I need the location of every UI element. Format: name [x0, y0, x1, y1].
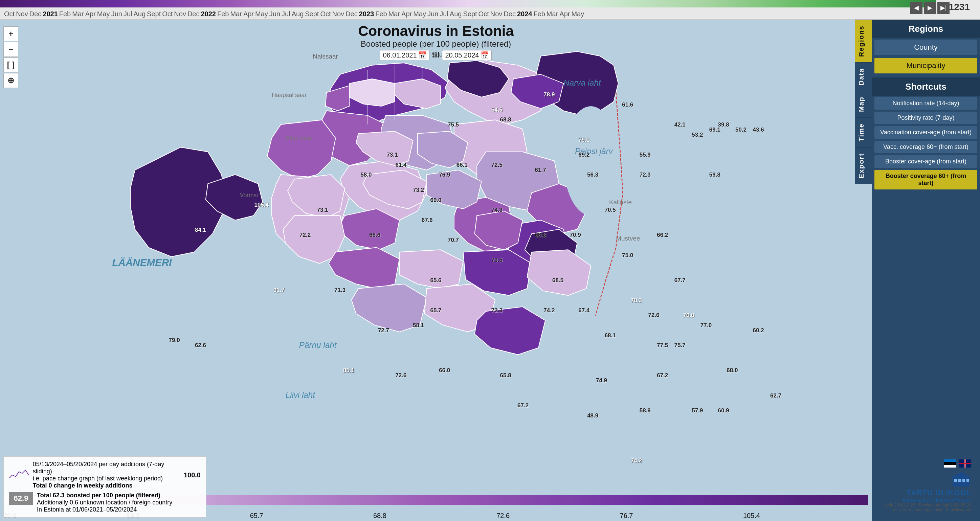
tl-jun-2021[interactable]: Jun: [111, 10, 122, 18]
side-tab-data[interactable]: Data: [855, 62, 872, 91]
tl-dec-2021[interactable]: Dec: [188, 10, 200, 18]
tl-apr-2021[interactable]: Apr: [85, 10, 96, 18]
timeline-labels: Oct Nov Dec 2021 Feb Mar Apr May Jun Jul…: [0, 10, 980, 18]
tl-feb-2024[interactable]: Feb: [533, 10, 545, 18]
tl-mar-2021[interactable]: Mar: [72, 10, 84, 18]
tl-apr-2022[interactable]: Apr: [243, 10, 254, 18]
tartu-university-logo: TARTU ÜLIKOOL koroona.ut.ee <koroona@ut.…: [879, 454, 977, 518]
side-tab-time[interactable]: Time: [855, 118, 872, 147]
zoom-controls: + − [ ] ⊕: [3, 26, 18, 88]
footer-map-info: map: Maa-amet | population: Statistikaam…: [885, 507, 971, 512]
shortcut-vacc-coverage[interactable]: Vaccination cover-age (from start): [874, 126, 977, 139]
tl-year-2021[interactable]: 2021: [43, 10, 58, 18]
tl-oct-2020[interactable]: Oct: [4, 10, 14, 18]
university-building-icon: [951, 470, 971, 487]
place-label-pakri: Pakri saar: [285, 135, 312, 142]
shortcut-positivity[interactable]: Positivity rate (7-day): [874, 112, 977, 124]
timeline-heatmap: [0, 0, 936, 8]
tl-dec-2023[interactable]: Dec: [504, 10, 516, 18]
water-label-parnu: Pärnu laht: [299, 340, 337, 349]
legend-stat-text: Total 62.3 boosted per 100 people (filte…: [37, 492, 172, 513]
tl-mar-2022[interactable]: Mar: [230, 10, 242, 18]
tl-jul-2022[interactable]: Jul: [282, 10, 290, 18]
estonia-flag-icon: [944, 459, 956, 467]
date-to-input[interactable]: 20.05.2024 📅: [442, 50, 492, 60]
tl-jul-2023[interactable]: Jul: [439, 10, 449, 18]
tl-feb-2022[interactable]: Feb: [217, 10, 229, 18]
tl-feb-2021[interactable]: Feb: [59, 10, 71, 18]
tl-oct-2023[interactable]: Oct: [479, 10, 489, 18]
tl-apr-2024[interactable]: Apr: [559, 10, 570, 18]
uk-flag-icon: [959, 459, 971, 467]
place-label-vormsi: Vormsi: [240, 192, 258, 199]
zoom-reset-button[interactable]: [ ]: [3, 57, 18, 72]
shortcut-booster[interactable]: Booster cover-age (from start): [874, 155, 977, 168]
regions-header: Regions: [872, 20, 980, 38]
svg-marker-10: [951, 472, 971, 478]
tl-jul-2021[interactable]: Jul: [124, 10, 132, 18]
tl-may-2024[interactable]: May: [571, 10, 584, 18]
shortcut-booster-60[interactable]: Booster coverage 60+ (from start): [874, 170, 977, 189]
side-tab-map[interactable]: Map: [855, 91, 872, 118]
shortcut-notification[interactable]: Notification rate (14-day): [874, 97, 977, 110]
zoom-locate-button[interactable]: ⊕: [3, 73, 18, 88]
legend-box: 05/13/2024–05/20/2024 per day additions …: [3, 456, 207, 518]
side-tab-export[interactable]: Export: [855, 147, 872, 184]
right-panel: Regions County Municipality Shortcuts No…: [872, 20, 980, 521]
tl-nov-2020[interactable]: Nov: [16, 10, 28, 18]
svg-rect-9: [966, 479, 969, 482]
tl-may-2023[interactable]: May: [413, 10, 426, 18]
water-label-laane: LÄÄNEMERI: [112, 257, 172, 268]
tl-mar-2024[interactable]: Mar: [547, 10, 558, 18]
tl-year-2022[interactable]: 2022: [200, 10, 216, 18]
tl-jun-2022[interactable]: Jun: [269, 10, 280, 18]
tl-oct-2021[interactable]: Oct: [162, 10, 173, 18]
tl-year-2023[interactable]: 2023: [359, 10, 374, 18]
zoom-out-button[interactable]: −: [3, 42, 18, 57]
shortcut-vacc-60[interactable]: Vacc. coverage 60+ (from start): [874, 141, 977, 153]
tl-nov-2021[interactable]: Nov: [174, 10, 186, 18]
footer-contact[interactable]: koroona.ut.ee <koroona@ut.ee>: [885, 497, 971, 503]
place-label-kallaste: Kallaste: [609, 199, 632, 206]
municipality-button[interactable]: Municipality: [874, 58, 977, 73]
date-from-input[interactable]: 06.01.2021 📅: [380, 50, 430, 60]
tl-may-2021[interactable]: May: [97, 10, 110, 18]
footer-code-info: code 2021-12-23 | Terviseamet data 2024-…: [885, 503, 971, 507]
tl-aug-2021[interactable]: Aug: [133, 10, 145, 18]
water-label-liivi: Liivi laht: [285, 391, 315, 400]
map-date-range: 06.01.2021 📅 till 20.05.2024 📅: [358, 50, 514, 60]
tl-year-2024[interactable]: 2024: [517, 10, 532, 18]
shortcuts-header: Shortcuts: [872, 78, 980, 96]
tl-dec-2022[interactable]: Dec: [345, 10, 358, 18]
side-tab-regions[interactable]: Regions: [855, 20, 872, 62]
legend-wave-text: 05/13/2024–05/20/2024 per day additions …: [33, 461, 180, 489]
tl-sep-2022[interactable]: Sept: [305, 10, 319, 18]
zoom-in-button[interactable]: +: [3, 26, 18, 41]
place-label-mustvee: Mustvee: [616, 235, 640, 242]
tl-may-2022[interactable]: May: [255, 10, 268, 18]
tl-aug-2022[interactable]: Aug: [292, 10, 304, 18]
tl-oct-2022[interactable]: Oct: [320, 10, 331, 18]
tl-jun-2023[interactable]: Jun: [427, 10, 438, 18]
tl-mar-2023[interactable]: Mar: [388, 10, 400, 18]
peipus-label: Peipsi järv: [575, 146, 614, 156]
estonia-map[interactable]: .region { stroke: #fff; stroke-width: 1.…: [0, 20, 872, 521]
tl-dec-2020[interactable]: Dec: [29, 10, 41, 18]
water-label-narva: Narva laht: [563, 78, 601, 87]
map-container[interactable]: Coronavirus in Estonia Boosted people (p…: [0, 20, 872, 521]
map-main-title: Coronavirus in Estonia: [358, 23, 514, 39]
tl-apr-2023[interactable]: Apr: [401, 10, 412, 18]
tl-nov-2022[interactable]: Nov: [332, 10, 345, 18]
tl-feb-2023[interactable]: Feb: [375, 10, 387, 18]
place-label-haapsal: Haapsal saar: [272, 92, 307, 98]
tl-nov-2023[interactable]: Nov: [490, 10, 503, 18]
wave-chart-icon: [9, 468, 29, 482]
svg-rect-8: [963, 479, 965, 482]
timeline-bar: 1231 ◀ ▶ ▶| Oct Nov Dec 2021 Feb Mar Apr…: [0, 0, 980, 20]
county-button[interactable]: County: [874, 40, 977, 55]
tl-sep-2021[interactable]: Sept: [147, 10, 161, 18]
tl-aug-2023[interactable]: Aug: [450, 10, 462, 18]
tl-sep-2023[interactable]: Sept: [463, 10, 477, 18]
stat-badge: 62.9: [9, 492, 33, 505]
svg-rect-6: [954, 479, 957, 482]
